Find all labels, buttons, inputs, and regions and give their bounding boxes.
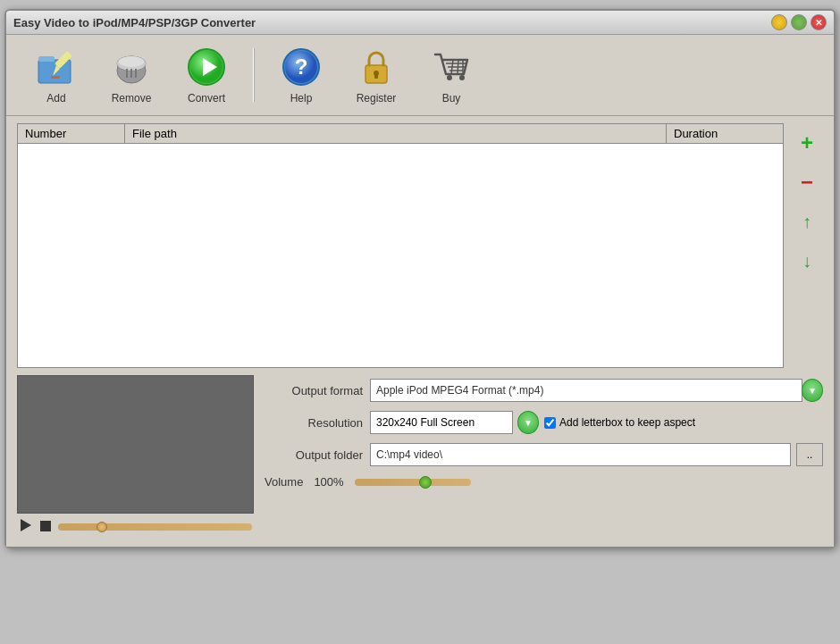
close-button[interactable]: ✕ [811,14,827,30]
add-label: Add [46,92,65,105]
file-list-container: Number File path Duration + − ↑ ↓ [17,123,823,368]
player-controls [17,514,254,539]
volume-value: 100% [314,475,349,489]
volume-row: Volume 100% [265,475,823,489]
preview-panel [17,375,254,539]
letterbox-container: Add letterbox to keep aspect [544,416,695,429]
svg-rect-4 [51,76,60,79]
toolbar: Add Remove [6,35,834,116]
help-label: Help [290,92,313,105]
bottom-section: Output format ▼ Resolution [17,375,823,539]
play-button[interactable] [19,517,33,536]
svg-point-8 [119,56,144,67]
preview-box [17,375,254,514]
output-folder-control: .. [370,443,823,466]
file-list-wrapper: Number File path Duration [17,123,784,368]
output-folder-label: Output folder [265,448,363,462]
remove-icon [110,46,153,88]
col-number-header: Number [18,124,125,143]
main-content: Number File path Duration + − ↑ ↓ [6,116,834,547]
maximize-button[interactable] [791,14,807,30]
output-format-dropdown-button[interactable]: ▼ [802,379,823,402]
svg-rect-20 [374,73,378,79]
move-down-button[interactable]: ↓ [794,248,819,273]
stop-icon [40,521,51,531]
volume-thumb [419,476,432,489]
register-icon [355,46,398,88]
convert-button[interactable]: Convert [171,42,242,108]
minimize-button[interactable] [771,14,787,30]
buy-label: Buy [442,92,461,105]
resolution-dropdown-arrow-icon: ▼ [524,418,533,428]
col-duration-header: Duration [667,124,783,143]
remove-file-button[interactable]: − [794,170,819,195]
window-title: Easy Video to iPod/MP4/PSP/3GP Converter [13,16,256,29]
resolution-row-inner: ▼ [370,411,539,434]
toolbar-separator [253,48,255,102]
stop-button[interactable] [38,518,53,536]
resolution-row: Resolution ▼ Add letterbox to keep aspec… [265,411,823,434]
add-icon [35,46,78,88]
add-button[interactable]: Add [21,42,92,108]
svg-point-28 [459,75,465,80]
file-list-header: Number File path Duration [18,124,783,144]
title-bar: Easy Video to iPod/MP4/PSP/3GP Converter… [6,11,834,35]
window-controls: ✕ [771,14,827,30]
svg-line-25 [458,60,458,74]
browse-button[interactable]: .. [796,443,823,466]
resolution-input[interactable] [370,411,513,434]
settings-panel: Output format ▼ Resolution [265,375,823,539]
letterbox-label: Add letterbox to keep aspect [559,416,695,429]
remove-button[interactable]: Remove [96,42,167,108]
convert-icon [185,46,228,88]
output-folder-input[interactable] [370,443,791,466]
dropdown-arrow-icon: ▼ [808,386,817,396]
col-filepath-header: File path [125,124,667,143]
remove-label: Remove [112,92,152,105]
output-format-control: ▼ [370,379,823,402]
move-up-button[interactable]: ↑ [794,209,819,234]
output-format-dropdown-container: ▼ [370,379,823,402]
help-button[interactable]: ? Help [265,42,337,108]
output-format-label: Output format [265,384,363,397]
register-button[interactable]: Register [340,42,412,108]
progress-thumb [97,522,107,532]
resolution-control: ▼ Add letterbox to keep aspect [370,411,823,434]
register-label: Register [357,92,397,105]
file-list-body[interactable] [18,144,783,367]
letterbox-checkbox[interactable] [544,417,556,429]
output-format-row: Output format ▼ [265,379,823,402]
side-controls: + − ↑ ↓ [791,123,823,368]
output-format-input[interactable] [370,379,802,402]
volume-label: Volume [265,475,303,489]
volume-slider[interactable] [355,479,471,486]
svg-text:?: ? [295,54,308,79]
output-folder-row: Output folder .. [265,443,823,466]
resolution-label: Resolution [265,416,363,430]
svg-line-24 [451,60,453,74]
add-file-button[interactable]: + [794,130,819,155]
svg-rect-1 [38,56,55,62]
convert-label: Convert [188,92,225,105]
buy-icon [430,46,473,88]
resolution-dropdown-button[interactable]: ▼ [517,411,539,434]
svg-point-27 [447,75,452,80]
volume-row-inner: Volume 100% [265,475,471,489]
playback-progress[interactable] [58,523,252,531]
buy-button[interactable]: Buy [416,42,487,108]
play-icon [21,519,31,531]
help-icon: ? [280,46,323,88]
